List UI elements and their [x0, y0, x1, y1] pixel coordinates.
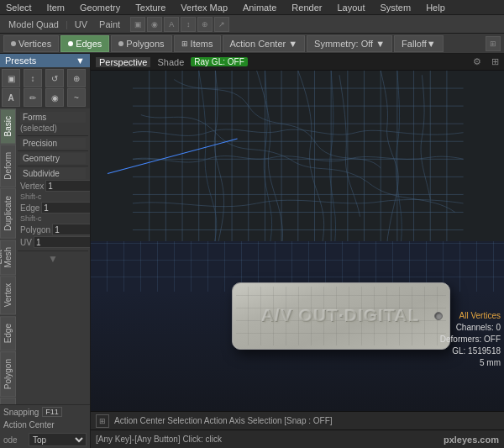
stats-overlay: All Vertices Channels: 0 Deformers: OFF …	[440, 310, 501, 369]
edge-input[interactable]	[41, 202, 90, 213]
falloff-arrow-icon: ▼	[427, 39, 436, 49]
precision-label: Precision	[23, 139, 57, 148]
vertical-tabs: Basic Deform Duplicate Mesh Edit Vertex …	[0, 108, 16, 404]
tab-items[interactable]: ⊞ Items	[174, 35, 221, 52]
tool-scale[interactable]: ⊕	[67, 69, 86, 87]
tool-smooth[interactable]: ~	[67, 88, 86, 107]
ray-gl-badge[interactable]: Ray GL: OFF	[191, 57, 247, 66]
channels-label: Channels: 0	[440, 322, 501, 334]
menu-texture[interactable]: Texture	[133, 3, 168, 13]
coord-icon: ⊞	[96, 414, 109, 428]
main-area: Presets ▼ ▣ ↕ ↺ ⊕ A ✏ ◉ ~ Basic Deform D…	[0, 54, 504, 448]
menu-system[interactable]: System	[377, 3, 413, 13]
edges-dot-icon	[68, 41, 73, 46]
tab-polygons[interactable]: Polygons	[111, 35, 171, 52]
menu-animate[interactable]: Animate	[240, 3, 279, 13]
tool-icon-6[interactable]: ↗	[214, 17, 229, 32]
vertex-label: Vertex	[20, 182, 44, 191]
tool-move[interactable]: ↕	[24, 69, 42, 87]
geometry-section: Geometry	[18, 151, 88, 166]
vp-settings-icon[interactable]: ⚙	[473, 56, 481, 67]
deformers-label: Deformers: OFF	[440, 334, 501, 345]
menu-vertex-map[interactable]: Vertex Map	[178, 3, 230, 13]
vert-tab-vertex[interactable]: Vertex	[0, 276, 16, 314]
viewport-header: Perspective Shade Ray GL: OFF ⚙ ⊞	[91, 54, 504, 71]
uv-tab[interactable]: UV	[70, 19, 92, 29]
menu-geometry[interactable]: Geometry	[77, 3, 123, 13]
polygon-input[interactable]	[52, 224, 90, 235]
watermark: pxleyes.com	[444, 435, 499, 445]
tool-grid: ▣ ↕ ↺ ⊕ A ✏ ◉ ~	[0, 67, 90, 108]
shift-c-label: Shift-c	[20, 214, 66, 223]
shade-button[interactable]: Shade	[157, 57, 184, 67]
tool-pen[interactable]: ✏	[24, 88, 42, 107]
vp-tab-perspective[interactable]: Perspective	[96, 57, 150, 67]
vert-tab-uv[interactable]: UV	[0, 398, 16, 404]
geometry-header[interactable]: Geometry	[20, 153, 86, 164]
tool-rotate[interactable]: ↺	[45, 69, 64, 87]
vert-tab-basic[interactable]: Basic	[0, 108, 16, 144]
menu-item[interactable]: Item	[45, 3, 67, 13]
gl-label: GL: 1519518	[440, 345, 501, 357]
tab-vertices[interactable]: Vertices	[3, 35, 59, 52]
presets-arrow-icon: ▼	[76, 55, 85, 66]
tool-icon-1[interactable]: ▣	[130, 17, 145, 32]
forms-section: Forms (selected)	[18, 110, 88, 136]
tool-icon-3[interactable]: A	[164, 17, 179, 32]
tool-icon-5[interactable]: ⊕	[197, 17, 213, 32]
av-tag: A/V OUT·DIGITAL	[232, 282, 450, 350]
snapping-row: Snapping F11	[0, 404, 90, 419]
vert-tab-deform[interactable]: Deform	[0, 145, 16, 187]
menu-render[interactable]: Render	[289, 3, 324, 13]
vert-tab-edge[interactable]: Edge	[0, 316, 16, 350]
mode-select[interactable]: Top Front Side	[29, 433, 87, 446]
toolbar-row: Model Quad | UV Paint ▣ ◉ A ↕ ⊕ ↗	[0, 15, 504, 34]
left-sidebar: Presets ▼ ▣ ↕ ↺ ⊕ A ✏ ◉ ~ Basic Deform D…	[0, 54, 91, 448]
tool-icon-2[interactable]: ◉	[147, 17, 162, 32]
vertices-dot-icon	[11, 41, 16, 46]
mm-label: 5 mm	[440, 357, 501, 369]
vert-tab-mesh-edit[interactable]: Mesh Edit	[0, 240, 16, 275]
mode-label: ode	[3, 435, 27, 445]
subdivide-label: Subdivide	[23, 169, 60, 178]
shift-label: Shift-c	[20, 192, 66, 201]
snapping-label: Snapping	[3, 408, 39, 417]
expand-arrow-icon[interactable]: ▼	[48, 253, 58, 265]
precision-header[interactable]: Precision	[20, 138, 86, 149]
mode-bottom-row: ode Top Front Side	[0, 431, 90, 448]
vp-maximize-icon[interactable]: ⊞	[491, 56, 499, 67]
falloff-button[interactable]: Falloff ▼	[394, 35, 444, 52]
uv-input[interactable]	[34, 236, 90, 248]
tab-edges[interactable]: Edges	[60, 35, 109, 52]
paint-tab[interactable]: Paint	[94, 19, 125, 29]
tool-paint[interactable]: ◉	[45, 88, 64, 107]
tool-a[interactable]: A	[2, 88, 20, 107]
model-quad-label: Model Quad	[3, 19, 64, 29]
selected-label: (selected)	[20, 124, 66, 133]
uv-label: UV	[20, 238, 32, 247]
polygons-dot-icon	[118, 41, 123, 46]
action-center-button[interactable]: Action Center ▼	[223, 35, 306, 52]
vertex-input[interactable]	[45, 180, 90, 192]
action-center-arrow-icon: ▼	[288, 39, 297, 49]
tool-icon-4[interactable]: ↕	[181, 17, 196, 32]
menu-help[interactable]: Help	[423, 3, 448, 13]
bottom-bar1: ⊞ Action Center Selection Action Axis Se…	[91, 411, 504, 430]
subdivide-header[interactable]: Subdivide	[20, 168, 86, 179]
mode-tabs-row: Vertices Edges Polygons ⊞ Items Action C…	[0, 34, 504, 54]
vert-tab-duplicate[interactable]: Duplicate	[0, 188, 16, 239]
polygon-label: Polygon	[20, 225, 50, 235]
snap-icon[interactable]: ⊞	[486, 36, 501, 51]
precision-section: Precision	[18, 136, 88, 151]
action-center-label: Action Center	[3, 420, 55, 430]
menu-select[interactable]: Select	[3, 3, 34, 13]
symmetry-button[interactable]: Symmetry: Off ▼	[307, 35, 392, 52]
snapping-key[interactable]: F11	[42, 407, 62, 417]
vert-tab-polygon[interactable]: Polygon	[0, 351, 16, 397]
menu-bar: Select Item Geometry Texture Vertex Map …	[0, 0, 504, 15]
menu-layout[interactable]: Layout	[334, 3, 367, 13]
edge-label: Edge	[20, 203, 39, 213]
tool-select[interactable]: ▣	[2, 69, 20, 87]
action-center-row: Action Center	[0, 419, 90, 431]
forms-header[interactable]: Forms	[20, 112, 86, 123]
